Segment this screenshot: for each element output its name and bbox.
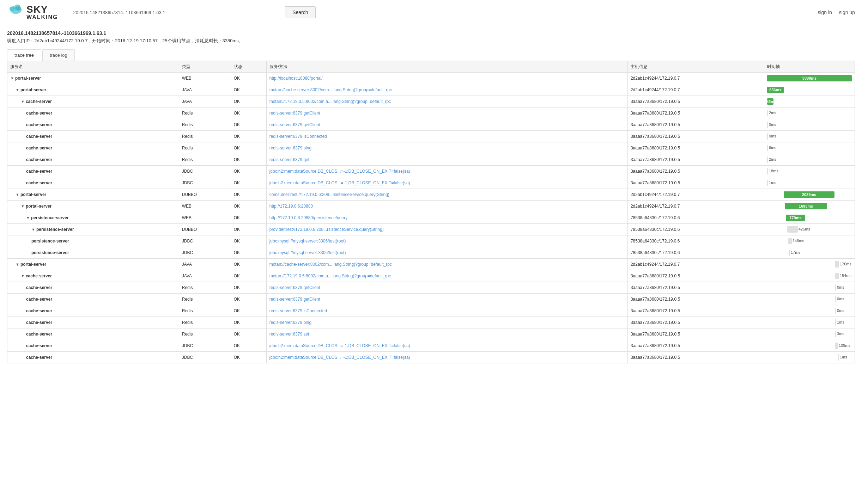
service-name-label: portal-server bbox=[20, 262, 46, 267]
cell-method[interactable]: redis-server:6379 getClient bbox=[266, 107, 627, 119]
timeline-label: 0ms bbox=[769, 122, 776, 127]
service-name-label: cache-server bbox=[26, 320, 52, 325]
cell-method[interactable]: jdbc:h2:mem:dataSource;DB_CLOS...=-1;DB_… bbox=[266, 352, 627, 363]
cell-type: Redis bbox=[179, 317, 231, 328]
col-type: 类型 bbox=[179, 61, 231, 73]
cell-host: 3aaaa77a8680/172.19.0.5 bbox=[627, 107, 764, 119]
cell-status: OK bbox=[231, 131, 266, 142]
table-row: cache-serverRedisOKredis-server:6379 pin… bbox=[7, 317, 855, 328]
table-row: cache-serverJDBCOKjdbc:h2:mem:dataSource… bbox=[7, 340, 855, 352]
cell-method[interactable]: jdbc:mysql://mysql-server:3306/test(root… bbox=[266, 247, 627, 259]
timeline-bar bbox=[835, 296, 836, 302]
cell-status: OK bbox=[231, 282, 266, 294]
cell-host: 78538a64330c/172.19.0.6 bbox=[627, 212, 764, 224]
arrow-icon: ▼ bbox=[21, 274, 25, 278]
cell-method[interactable]: motan://172.19.0.5:8002/com.a....lang.St… bbox=[266, 96, 627, 107]
timeline-label: 0ms bbox=[837, 297, 844, 301]
timeline-bar bbox=[788, 238, 792, 244]
search-input[interactable] bbox=[69, 7, 285, 18]
cell-status: OK bbox=[231, 328, 266, 340]
cell-method[interactable]: comsumer:rest://172.19.0.6:208...rsisten… bbox=[266, 189, 627, 201]
signup-link[interactable]: sign up bbox=[839, 10, 855, 15]
cell-timeline: 154ms bbox=[764, 270, 855, 282]
cell-method[interactable]: redis-server:6379 ping bbox=[266, 317, 627, 328]
cell-service: cache-server bbox=[7, 340, 179, 352]
cell-method[interactable]: redis-server:6379 isConnected bbox=[266, 305, 627, 317]
timeline-bar bbox=[835, 273, 839, 279]
table-row: cache-serverJDBCOKjdbc:h2:mem:dataSource… bbox=[7, 352, 855, 363]
timeline-label: 3ms bbox=[837, 332, 844, 336]
cell-status: OK bbox=[231, 154, 266, 166]
cell-method[interactable]: motan://cache-server:8002/com....lang.St… bbox=[266, 259, 627, 270]
arrow-icon: ▼ bbox=[26, 216, 30, 220]
trace-meta: 调度入口IP：2d2ab1c49244/172.19.0.7，开始时间：2016… bbox=[7, 38, 855, 44]
service-name-label: persistence-server bbox=[36, 227, 74, 232]
table-row: ▼persistence-serverWEBOKhttp://172.19.0.… bbox=[7, 212, 855, 224]
timeline-bar bbox=[767, 122, 768, 128]
cell-host: 3aaaa77a8680/172.19.0.5 bbox=[627, 340, 764, 352]
cell-method[interactable]: motan://172.19.0.5:8002/com.a....lang.St… bbox=[266, 270, 627, 282]
timeline-label: 1ms bbox=[769, 180, 776, 185]
cell-method[interactable]: provider:rest//172.19.0.6:208...rsistenc… bbox=[266, 224, 627, 235]
table-row: ▼cache-serverJAVAOKmotan://172.19.0.5:80… bbox=[7, 270, 855, 282]
cell-method[interactable]: redis-server:6379 set bbox=[266, 328, 627, 340]
timeline-bar bbox=[835, 343, 838, 349]
table-row: ▼persistence-serverDUBBOOKprovider:rest/… bbox=[7, 224, 855, 235]
cell-service: cache-server bbox=[7, 177, 179, 189]
cell-type: JDBC bbox=[179, 340, 231, 352]
cell-method[interactable]: http://172.19.0.6:20880 bbox=[266, 201, 627, 212]
table-row: cache-serverRedisOKredis-server:6379 get… bbox=[7, 154, 855, 166]
cell-host: 2d2ab1c49244/172.19.0.7 bbox=[627, 259, 764, 270]
main-content: 202016.1482138657814.-1103661969.1.63.1 … bbox=[0, 25, 862, 369]
cell-service: persistence-server bbox=[7, 247, 179, 259]
cell-status: OK bbox=[231, 340, 266, 352]
timeline-bar bbox=[767, 110, 768, 116]
cell-type: Redis bbox=[179, 328, 231, 340]
cell-method[interactable]: jdbc:h2:mem:dataSource;DB_CLOS...=-1;DB_… bbox=[266, 166, 627, 177]
cell-service: ▼portal-server bbox=[7, 201, 179, 212]
cell-host: 3aaaa77a8680/172.19.0.5 bbox=[627, 294, 764, 305]
cell-type: DUBBO bbox=[179, 224, 231, 235]
timeline-label: 0ms bbox=[837, 308, 844, 313]
cell-method[interactable]: redis-server:6379 getClient bbox=[266, 119, 627, 131]
table-row: cache-serverRedisOKredis-server:6379 isC… bbox=[7, 131, 855, 142]
timeline-bar: 2029ms bbox=[784, 191, 834, 198]
cell-status: OK bbox=[231, 224, 266, 235]
cell-service: cache-server bbox=[7, 166, 179, 177]
cell-timeline: 656ms bbox=[764, 84, 855, 96]
cell-timeline: 17ms bbox=[764, 247, 855, 259]
search-button[interactable]: Search bbox=[285, 6, 315, 18]
cell-method[interactable]: redis-server:6379 ping bbox=[266, 142, 627, 154]
cell-service: ▼portal-server bbox=[7, 259, 179, 270]
cell-type: JAVA bbox=[179, 96, 231, 107]
tab-trace-log[interactable]: trace log bbox=[42, 49, 75, 61]
cell-method[interactable]: redis-server:6379 getClient bbox=[266, 282, 627, 294]
cell-method[interactable]: redis-server:6379 getClient bbox=[266, 294, 627, 305]
cell-method[interactable]: jdbc:h2:mem:dataSource;DB_CLOS...=-1;DB_… bbox=[266, 177, 627, 189]
cell-method[interactable]: motan://cache-server:8002/com....lang.St… bbox=[266, 84, 627, 96]
cell-method[interactable]: redis-server:6379 get bbox=[266, 154, 627, 166]
service-name-label: persistence-server bbox=[31, 215, 69, 220]
timeline-label: 1ms bbox=[837, 320, 844, 324]
cell-method[interactable]: redis-server:6379 isConnected bbox=[266, 131, 627, 142]
cell-method[interactable]: http://172.19.0.6:20880/persistence/quer… bbox=[266, 212, 627, 224]
cell-type: Redis bbox=[179, 131, 231, 142]
arrow-icon: ▼ bbox=[21, 204, 25, 208]
signin-link[interactable]: sign in bbox=[818, 10, 832, 15]
timeline-label: 176ms bbox=[840, 262, 851, 266]
cell-method[interactable]: http://localhost:18080/portal/ bbox=[266, 73, 627, 84]
cell-status: OK bbox=[231, 247, 266, 259]
tab-trace-tree[interactable]: trace tree bbox=[7, 49, 41, 61]
cell-timeline: 0ms bbox=[764, 305, 855, 317]
cell-method[interactable]: jdbc:h2:mem:dataSource;DB_CLOS...=-1;DB_… bbox=[266, 340, 627, 352]
cell-method[interactable]: jdbc:mysql://mysql-server:3306/test(root… bbox=[266, 235, 627, 247]
timeline-bar bbox=[767, 180, 768, 186]
logo: SKY WALKING bbox=[7, 4, 58, 21]
timeline-label: 2ms bbox=[769, 157, 776, 161]
cell-host: 3aaaa77a8680/172.19.0.5 bbox=[627, 282, 764, 294]
table-row: cache-serverRedisOKredis-server:6379 set… bbox=[7, 328, 855, 340]
cell-type: Redis bbox=[179, 142, 231, 154]
service-name-label: cache-server bbox=[26, 355, 52, 360]
table-row: ▼portal-serverWEBOKhttp://172.19.0.6:208… bbox=[7, 201, 855, 212]
logo-text: SKY WALKING bbox=[26, 5, 58, 20]
